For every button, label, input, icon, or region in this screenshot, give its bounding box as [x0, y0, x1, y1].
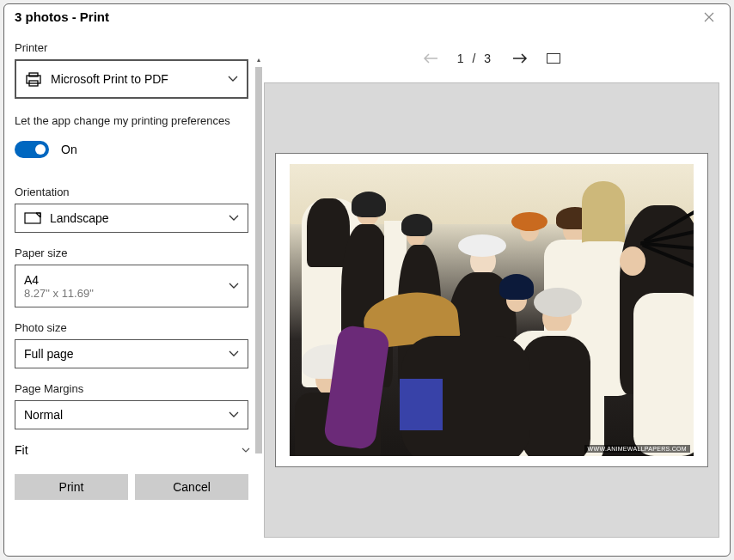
preview-canvas: WWW.ANIMEWALLPAPERS.COM	[264, 82, 719, 538]
fit-section[interactable]: Fit	[15, 438, 255, 462]
scroll-up-icon[interactable]: ▴	[255, 55, 262, 64]
titlebar: 3 photos - Print	[4, 4, 730, 27]
printer-selected: Microsoft Print to PDF	[51, 72, 168, 86]
prev-page-button[interactable]	[423, 52, 438, 64]
next-page-button[interactable]	[512, 52, 528, 64]
chevron-down-icon	[242, 447, 250, 453]
dialog-body: ▴ Printer Microsoft Print to PDF Let the…	[4, 27, 730, 548]
fit-label: Fit	[15, 443, 28, 457]
fullscreen-button[interactable]	[547, 53, 560, 64]
photosize-dropdown[interactable]: Full page	[15, 339, 248, 368]
action-buttons: Print Cancel	[15, 474, 254, 500]
page-sep: /	[473, 52, 479, 65]
preview-page: WWW.ANIMEWALLPAPERS.COM	[275, 153, 708, 467]
scrollbar-thumb[interactable]	[255, 67, 262, 453]
printer-label: Printer	[15, 41, 254, 54]
preferences-toggle[interactable]	[15, 141, 49, 158]
margins-selected: Normal	[24, 408, 63, 422]
paper-label: Paper size	[15, 247, 254, 259]
window-title: 3 photos - Print	[15, 9, 109, 24]
chevron-down-icon	[228, 76, 238, 82]
print-button[interactable]: Print	[15, 474, 128, 500]
preview-pane: 1 / 3	[264, 27, 730, 548]
page-total: 3	[484, 52, 493, 65]
preview-photo: WWW.ANIMEWALLPAPERS.COM	[290, 164, 694, 456]
paper-dimensions: 8.27" x 11.69"	[24, 287, 94, 300]
landscape-icon	[24, 211, 41, 225]
cancel-button[interactable]: Cancel	[135, 474, 248, 500]
paper-selected: A4	[24, 273, 39, 287]
margins-label: Page Margins	[15, 382, 254, 395]
printer-dropdown[interactable]: Microsoft Print to PDF	[15, 59, 248, 99]
preferences-toggle-label: On	[61, 143, 77, 156]
preferences-prompt: Let the app change my printing preferenc…	[15, 114, 254, 127]
chevron-down-icon	[229, 411, 239, 418]
print-dialog: 3 photos - Print ▴ Printer Microsoft Pri…	[3, 3, 731, 557]
paper-dropdown[interactable]: A4 8.27" x 11.69"	[15, 265, 248, 307]
preferences-toggle-row: On	[15, 141, 254, 158]
page-indicator: 1 / 3	[457, 52, 493, 65]
chevron-down-icon	[229, 215, 239, 222]
orientation-dropdown[interactable]: Landscape	[15, 204, 248, 233]
chevron-down-icon	[229, 283, 239, 289]
chevron-down-icon	[229, 350, 239, 357]
pager: 1 / 3	[264, 34, 719, 82]
preview-watermark: WWW.ANIMEWALLPAPERS.COM	[584, 445, 690, 453]
printer-icon	[25, 70, 42, 88]
close-button[interactable]	[699, 10, 719, 24]
settings-sidebar: ▴ Printer Microsoft Print to PDF Let the…	[4, 27, 264, 548]
svg-rect-1	[29, 73, 38, 76]
orientation-selected: Landscape	[50, 211, 109, 225]
margins-dropdown[interactable]: Normal	[15, 400, 248, 429]
photosize-selected: Full page	[24, 347, 74, 361]
toggle-knob	[35, 144, 46, 155]
photosize-label: Photo size	[15, 321, 254, 334]
page-current: 1	[457, 52, 467, 65]
orientation-label: Orientation	[15, 186, 254, 198]
